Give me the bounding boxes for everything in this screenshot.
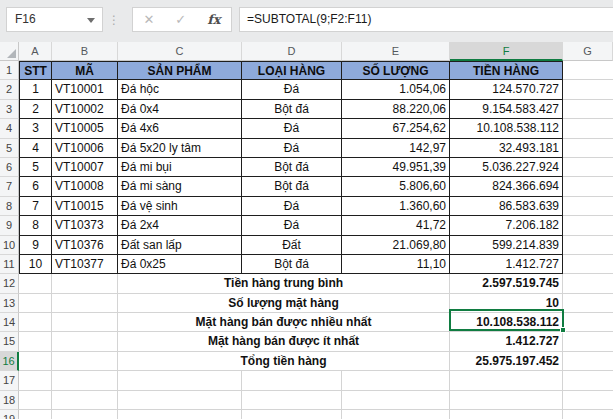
cell-G11[interactable] (563, 255, 613, 274)
row-header-9[interactable]: 9 (0, 216, 19, 235)
cell-F9[interactable]: 7.206.182 (450, 216, 563, 235)
cell-C14-merged[interactable]: Mặt hàng bán được nhiều nhất (118, 313, 450, 332)
row-header-3[interactable]: 3 (0, 100, 19, 119)
row-header-5[interactable]: 5 (0, 139, 19, 158)
row-header-1[interactable]: 1 (0, 61, 19, 80)
chevron-down-icon[interactable] (87, 18, 95, 23)
cell-C16-merged[interactable]: Tổng tiền hàng (118, 352, 450, 371)
row-header-15[interactable]: 15 (0, 332, 19, 351)
cell-D10[interactable]: Đất (242, 236, 342, 255)
row-header-17[interactable]: 17 (0, 371, 19, 390)
cell-E1[interactable]: SỐ LƯỢNG (342, 61, 450, 80)
cell-G18[interactable] (563, 391, 613, 410)
cell-G12[interactable] (563, 274, 613, 293)
cell-D2[interactable]: Đá (242, 80, 342, 99)
cell-A8[interactable]: 7 (19, 197, 52, 216)
row-header-10[interactable]: 10 (0, 236, 19, 255)
cell-A19[interactable] (19, 410, 52, 419)
cell-A4[interactable]: 3 (19, 119, 52, 138)
cell-F1[interactable]: TIỀN HÀNG (450, 61, 563, 80)
cell-F16[interactable]: 25.975.197.452 (450, 352, 563, 371)
cell-A1[interactable]: STT (19, 61, 52, 80)
cell-F13[interactable]: 10 (450, 294, 563, 313)
cell-B5[interactable]: VT10006 (52, 139, 118, 158)
cell-F15[interactable]: 1.412.727 (450, 332, 563, 351)
cell-E10[interactable]: 21.069,80 (342, 236, 450, 255)
cell-B9[interactable]: VT10373 (52, 216, 118, 235)
cell-E3[interactable]: 88.220,06 (342, 100, 450, 119)
cell-D3[interactable]: Bột đá (242, 100, 342, 119)
cell-G13[interactable] (563, 294, 613, 313)
cell-E8[interactable]: 1.360,60 (342, 197, 450, 216)
cell-F12[interactable]: 2.597.519.745 (450, 274, 563, 293)
row-header-11[interactable]: 11 (0, 255, 19, 274)
row-header-12[interactable]: 12 (0, 274, 19, 293)
row-header-6[interactable]: 6 (0, 158, 19, 177)
cell-B2[interactable]: VT10001 (52, 80, 118, 99)
row-header-13[interactable]: 13 (0, 294, 19, 313)
cell-F17[interactable] (450, 371, 563, 390)
cell-D7[interactable]: Bột đá (242, 177, 342, 196)
cell-F10[interactable]: 599.214.839 (450, 236, 563, 255)
cell-F3[interactable]: 9.154.583.427 (450, 100, 563, 119)
cell-G16[interactable] (563, 352, 613, 371)
cell-G14[interactable] (563, 313, 613, 332)
cell-E4[interactable]: 67.254,62 (342, 119, 450, 138)
cell-A7[interactable]: 6 (19, 177, 52, 196)
cell-D11[interactable]: Bột đá (242, 255, 342, 274)
cell-C10[interactable]: Đất san lấp (118, 236, 242, 255)
cell-C12-merged[interactable]: Tiền hàng trung bình (118, 274, 450, 293)
cell-F14[interactable]: 10.108.538.112 (450, 313, 563, 332)
cell-F5[interactable]: 32.493.181 (450, 139, 563, 158)
cell-G5[interactable] (563, 139, 613, 158)
cell-G7[interactable] (563, 177, 613, 196)
cell-B16[interactable] (52, 352, 118, 371)
cell-B15[interactable] (52, 332, 118, 351)
cell-A14[interactable] (19, 313, 52, 332)
cell-C2[interactable]: Đá hộc (118, 80, 242, 99)
cell-C9[interactable]: Đá 2x4 (118, 216, 242, 235)
cell-E5[interactable]: 142,97 (342, 139, 450, 158)
row-header-8[interactable]: 8 (0, 197, 19, 216)
row-header-14[interactable]: 14 (0, 313, 19, 332)
column-header-D[interactable]: D (242, 42, 342, 61)
cell-D4[interactable]: Đá (242, 119, 342, 138)
cell-E18[interactable] (342, 391, 450, 410)
name-box[interactable]: F16 (6, 7, 103, 32)
row-header-16[interactable]: 16 (0, 352, 19, 371)
cell-D6[interactable]: Bột đá (242, 158, 342, 177)
enter-icon[interactable]: ✓ (175, 12, 186, 27)
cell-B18[interactable] (52, 391, 118, 410)
cell-B1[interactable]: MÃ (52, 61, 118, 80)
cell-G4[interactable] (563, 119, 613, 138)
cell-F2[interactable]: 124.570.727 (450, 80, 563, 99)
cell-D1[interactable]: LOẠI HÀNG (242, 61, 342, 80)
cell-B13[interactable] (52, 294, 118, 313)
cell-A15[interactable] (19, 332, 52, 351)
cell-E19[interactable] (342, 410, 450, 419)
cell-G3[interactable] (563, 100, 613, 119)
cell-A3[interactable]: 2 (19, 100, 52, 119)
cell-A13[interactable] (19, 294, 52, 313)
formula-input[interactable]: =SUBTOTAL(9;F2:F11) (239, 7, 613, 32)
cell-C1[interactable]: SẢN PHẨM (118, 61, 242, 80)
cell-C17[interactable] (118, 371, 242, 390)
cell-C3[interactable]: Đá 0x4 (118, 100, 242, 119)
cell-D17[interactable] (242, 371, 342, 390)
cell-C6[interactable]: Đá mi bụi (118, 158, 242, 177)
row-header-2[interactable]: 2 (0, 80, 19, 99)
cell-F18[interactable] (450, 391, 563, 410)
cell-B8[interactable]: VT10015 (52, 197, 118, 216)
cell-B10[interactable]: VT10376 (52, 236, 118, 255)
cell-F8[interactable]: 86.583.639 (450, 197, 563, 216)
cell-G9[interactable] (563, 216, 613, 235)
column-header-A[interactable]: A (19, 42, 52, 61)
cell-E6[interactable]: 49.951,39 (342, 158, 450, 177)
cell-G10[interactable] (563, 236, 613, 255)
cell-A2[interactable]: 1 (19, 80, 52, 99)
row-header-4[interactable]: 4 (0, 119, 19, 138)
cell-B7[interactable]: VT10008 (52, 177, 118, 196)
cell-C13-merged[interactable]: Số lượng mặt hàng (118, 294, 450, 313)
cell-F6[interactable]: 5.036.227.924 (450, 158, 563, 177)
cell-D8[interactable]: Đá (242, 197, 342, 216)
